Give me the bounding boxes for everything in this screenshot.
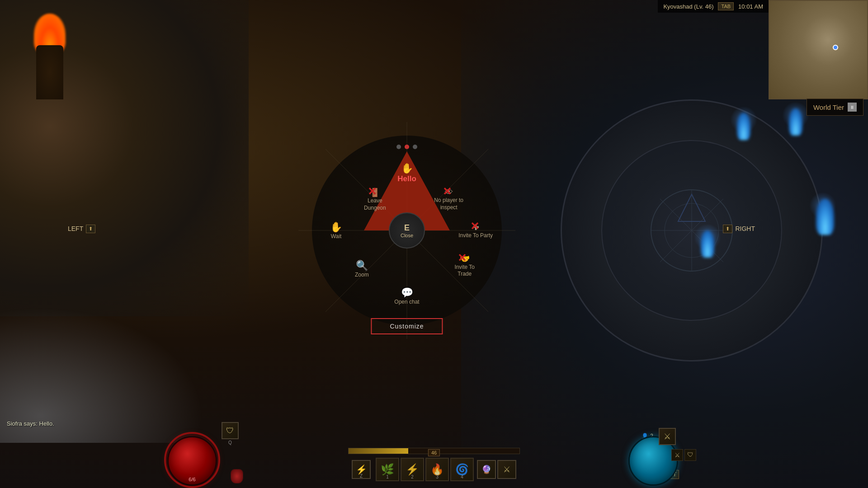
wheel-open-chat-icon: 💬 — [394, 287, 419, 299]
wheel-dot-1 — [396, 145, 401, 149]
action-slot-3[interactable]: 🔥 3 — [425, 458, 449, 481]
action-slot-extra-2[interactable]: ⚔ — [497, 460, 516, 479]
wheel-invite-trade-icon: 🤝 ✕ — [460, 254, 470, 264]
world-tier-panel[interactable]: World Tier ⏸ — [807, 99, 863, 116]
wheel-wait[interactable]: ✋ Wait — [330, 221, 342, 239]
action-slot-1-icon: 🌿 — [381, 463, 394, 476]
stone-platform — [561, 99, 823, 361]
action-slot-2-icon: ⚡ — [406, 463, 419, 476]
skill-z-slot[interactable]: ⚡ Z — [352, 460, 371, 479]
wheel-no-inspect[interactable]: 👁 ✕ No player toinspect — [434, 188, 463, 211]
wheel-close-key: E — [404, 223, 410, 233]
torch-base — [36, 45, 63, 99]
world-tier-label: World Tier — [813, 103, 844, 111]
wheel-open-chat[interactable]: 💬 Open chat — [394, 287, 419, 305]
skill-z-key: Z — [360, 474, 363, 479]
left-shortcut: LEFT ⬆ — [68, 225, 95, 233]
extra-badge-2[interactable]: 🛡 — [684, 449, 696, 461]
skill-t-icon: ⚔ — [659, 428, 676, 445]
action-slot-extra-1[interactable]: 🔮 — [477, 460, 496, 479]
wheel-invite-party-label: Invite To Party — [458, 232, 493, 239]
skill-t-slot[interactable]: ⚔ — [659, 428, 676, 445]
right-shortcut: ⬆ RIGHT — [723, 225, 755, 233]
world-tier-icon: ⏸ — [848, 103, 857, 112]
torch-decoration — [23, 9, 77, 99]
wheel-zoom-label: Zoom — [355, 272, 369, 278]
wheel-invite-party-icon: ✚ ✕ — [472, 222, 479, 232]
action-slot-2[interactable]: ⚡ 2 — [401, 458, 424, 481]
wheel-leave-dungeon[interactable]: 🚪 ✕ LeaveDungeon — [364, 188, 386, 211]
minimap-player — [833, 45, 838, 50]
wheel-leave-dungeon-label: LeaveDungeon — [364, 197, 386, 211]
action-slot-3-key: 3 — [436, 474, 439, 479]
action-slot-3-icon: 🔥 — [430, 463, 444, 476]
wheel-leave-dungeon-icon: 🚪 ✕ — [370, 188, 380, 197]
left-key-badge: ⬆ — [86, 225, 95, 233]
action-slot-4[interactable]: 🌀 4 — [450, 458, 474, 481]
potion-icon — [231, 469, 243, 483]
action-slot-1[interactable]: 🌿 1 — [376, 458, 399, 481]
header-time: 10:01 AM — [738, 3, 763, 10]
wheel-dot-2 — [405, 145, 409, 149]
wheel-dot-3 — [413, 145, 417, 149]
extra-badge-1[interactable]: ⚔ — [671, 449, 683, 461]
right-label-text: RIGHT — [735, 225, 755, 232]
skill-q-icon: 🛡 — [222, 422, 239, 439]
header-bar: Kyovashad (Lv. 46) TAB 10:01 AM — [658, 0, 769, 13]
wheel-close-label: Close — [401, 233, 413, 238]
level-badge: 46 — [428, 449, 440, 456]
chat-message: Siofra says: Hello. — [7, 420, 54, 427]
extra-skill-badges: ⚔ 🛡 — [671, 449, 696, 461]
action-slot-4-icon: 🌀 — [455, 463, 469, 476]
wheel-invite-party[interactable]: ✚ ✕ Invite To Party — [458, 222, 493, 239]
wheel-hello-item[interactable]: ✋ Hello — [397, 163, 416, 183]
wheel-open-chat-label: Open chat — [394, 299, 419, 305]
wheel-hello-label: Hello — [397, 174, 416, 183]
action-bar: ⚡ Z 🌿 1 ⚡ 2 🔥 3 🌀 4 🔮 ⚔ — [352, 458, 516, 481]
wheel-invite-trade[interactable]: 🤝 ✕ Invite ToTrade — [455, 254, 475, 278]
health-orb: 6/6 — [167, 436, 217, 486]
radial-wheel-menu: ✋ Hello 🚪 ✕ LeaveDungeon 👁 ✕ No player t… — [294, 117, 520, 343]
wheel-close-button[interactable]: E Close — [389, 212, 425, 249]
exp-bar — [349, 448, 408, 454]
header-location: Kyovashad (Lv. 46) — [663, 3, 713, 10]
right-key-badge: ⬆ — [723, 225, 732, 233]
wheel-invite-trade-label: Invite ToTrade — [455, 264, 475, 278]
minimap-bg — [769, 1, 867, 99]
wheel-no-inspect-label: No player toinspect — [434, 197, 463, 211]
action-slot-1-key: 1 — [386, 474, 389, 479]
tab-key-button[interactable]: TAB — [718, 2, 734, 10]
skill-q-slot[interactable]: 🛡 Q — [222, 422, 239, 445]
action-slot-2-key: 2 — [411, 474, 414, 479]
wheel-hello-icon: ✋ — [397, 163, 416, 174]
potion-slot[interactable] — [231, 469, 243, 483]
minimap[interactable] — [769, 0, 868, 99]
stone-platform-inner — [601, 140, 782, 321]
left-label-text: LEFT — [68, 225, 83, 232]
customize-button[interactable]: Customize — [371, 318, 443, 334]
wheel-no-inspect-icon: 👁 ✕ — [445, 188, 453, 197]
wheel-zoom-icon: 🔍 — [355, 260, 369, 272]
action-slot-4-key: 4 — [461, 474, 463, 479]
wheel-wait-icon: ✋ — [330, 221, 342, 233]
wheel-wait-label: Wait — [330, 233, 342, 239]
health-value: 6/6 — [189, 477, 195, 482]
skill-q-key: Q — [228, 440, 232, 445]
wheel-zoom[interactable]: 🔍 Zoom — [355, 260, 369, 278]
wheel-page-dots — [396, 145, 417, 149]
